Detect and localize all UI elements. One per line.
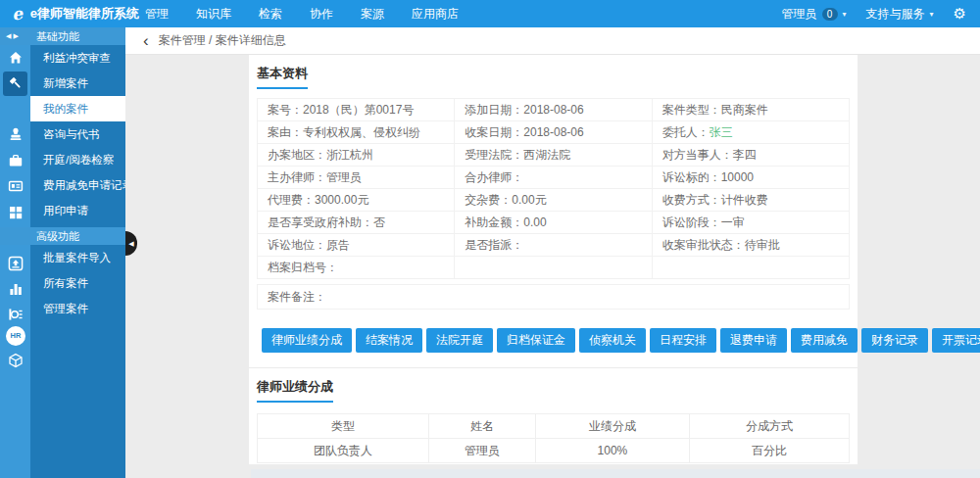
client-link[interactable]: 张三 bbox=[710, 125, 733, 139]
bar-chart-icon[interactable] bbox=[8, 281, 24, 297]
remark-label: 案件备注： bbox=[268, 290, 326, 304]
info-cell bbox=[455, 257, 652, 279]
info-cell: 合办律师： bbox=[455, 167, 652, 189]
info-value: 2018（民）第0017号 bbox=[303, 103, 414, 117]
info-cell: 诉讼标的：10000 bbox=[652, 167, 849, 189]
gear-icon[interactable]: ⚙ bbox=[954, 0, 966, 27]
info-value: 原告 bbox=[326, 238, 350, 252]
info-label: 受理法院： bbox=[465, 148, 523, 162]
court-session-button[interactable]: 法院开庭 bbox=[426, 328, 493, 353]
info-value: 民商案件 bbox=[721, 103, 768, 117]
sidebar-item-my-cases[interactable]: 我的案件 bbox=[30, 96, 125, 121]
info-label: 交杂费： bbox=[465, 193, 512, 207]
investigation-agency-button[interactable]: 侦察机关 bbox=[579, 328, 646, 353]
sidebar-section-advanced[interactable]: 高级功能 bbox=[0, 227, 125, 245]
topnav-search[interactable]: 检索 bbox=[245, 0, 296, 27]
case-closing-button[interactable]: 结案情况 bbox=[356, 328, 422, 353]
user-dropdown[interactable]: 管理员 0 ▾ bbox=[782, 6, 847, 23]
sidebar-item-consult[interactable]: 咨询与代书 bbox=[30, 121, 125, 147]
info-cell: 是否指派： bbox=[455, 234, 652, 257]
invoice-records-button[interactable]: 开票记录 bbox=[932, 328, 980, 353]
hr-icon[interactable]: HR bbox=[6, 326, 25, 346]
finance-records-button[interactable]: 财务记录 bbox=[861, 328, 928, 353]
col-share: 业绩分成 bbox=[535, 414, 689, 439]
sidebar-item-new-case[interactable]: 新增案件 bbox=[30, 71, 125, 96]
basic-info-title: 基本资料 bbox=[257, 65, 308, 89]
case-detail-card: 基本资料 案号：2018（民）第0017号 添加日期：2018-08-06 案件… bbox=[249, 55, 858, 464]
refund-request-button[interactable]: 退费申请 bbox=[720, 328, 787, 353]
report-list-icon[interactable] bbox=[8, 307, 24, 322]
sidebar-basic-items: 利益冲突审查 新增案件 我的案件 咨询与代书 开庭/阅卷检察 费用减免申请记录 … bbox=[30, 45, 125, 223]
info-cell: 诉讼地位：原告 bbox=[258, 234, 455, 257]
info-label: 补助金额： bbox=[465, 215, 523, 229]
sidebar-item-all-cases[interactable]: 所有案件 bbox=[30, 270, 125, 296]
support-label: 支持与服务 bbox=[866, 6, 925, 23]
info-value: 管理员 bbox=[326, 170, 362, 184]
info-cell bbox=[652, 257, 849, 279]
app-window: e e律师智能律所系统 管理 知识库 检索 协作 案源 应用商店 管理员 0 ▾… bbox=[0, 0, 980, 478]
info-label: 档案归档号： bbox=[268, 261, 338, 274]
cell-name: 管理员 bbox=[429, 439, 536, 463]
performance-title: 律师业绩分成 bbox=[257, 378, 333, 403]
info-label: 委托人： bbox=[662, 125, 710, 139]
sidebar-item-conflict-check[interactable]: 利益冲突审查 bbox=[30, 45, 125, 71]
table-row: 办案地区：浙江杭州 受理法院：西湖法院 对方当事人：李四 bbox=[258, 144, 850, 167]
support-dropdown[interactable]: 支持与服务 ▾ bbox=[866, 6, 934, 23]
info-cell: 办案地区：浙江杭州 bbox=[258, 144, 455, 167]
info-label: 合办律师： bbox=[465, 170, 523, 184]
sidebar-item-court-session[interactable]: 开庭/阅卷检察 bbox=[30, 147, 125, 172]
info-label: 添加日期： bbox=[465, 103, 523, 117]
cube-icon[interactable] bbox=[8, 353, 24, 368]
sidebar-item-fee-waiver-records[interactable]: 费用减免申请记录 bbox=[30, 172, 125, 198]
info-cell: 收费方式：计件收费 bbox=[652, 189, 849, 212]
info-label: 代理费： bbox=[268, 193, 315, 207]
performance-table: 类型 姓名 业绩分成 分成方式 团队负责人 管理员 100% 百分比 bbox=[257, 413, 850, 463]
sidebar-item-manage-cases[interactable]: 管理案件 bbox=[30, 296, 125, 321]
info-label: 是否享受政府补助： bbox=[268, 215, 373, 229]
info-label: 案件类型： bbox=[662, 103, 721, 117]
topnav-case-source[interactable]: 案源 bbox=[347, 0, 398, 27]
info-value: 3000.00元 bbox=[315, 193, 368, 207]
gavel-icon[interactable] bbox=[8, 75, 24, 91]
collapse-arrows-icon[interactable]: ◀▶ bbox=[6, 30, 27, 42]
briefcase-icon[interactable] bbox=[8, 153, 24, 168]
info-value: 一审 bbox=[721, 215, 745, 229]
table-row: 代理费：3000.00元 交杂费：0.00元 收费方式：计件收费 bbox=[258, 189, 850, 212]
topnav-manage[interactable]: 管理 bbox=[131, 0, 182, 27]
info-cell: 代理费：3000.00元 bbox=[258, 189, 455, 212]
info-label: 是否指派： bbox=[465, 238, 523, 252]
info-value: 待审批 bbox=[745, 238, 780, 252]
topnav-app-store[interactable]: 应用商店 bbox=[398, 0, 472, 27]
action-button-row: 律师业绩分成 结案情况 法院开庭 归档保证金 侦察机关 日程安排 退费申请 费用… bbox=[257, 328, 850, 353]
user-name: 管理员 bbox=[782, 6, 817, 23]
batch-upload-icon[interactable] bbox=[8, 256, 24, 271]
info-value: 专利权权属、侵权纠纷 bbox=[303, 125, 420, 139]
info-label: 案由： bbox=[268, 125, 303, 139]
col-type: 类型 bbox=[258, 414, 429, 439]
info-label: 诉讼标的： bbox=[662, 170, 721, 184]
topnav-collaborate[interactable]: 协作 bbox=[296, 0, 347, 27]
info-value: 李四 bbox=[733, 148, 757, 162]
lawyer-performance-button[interactable]: 律师业绩分成 bbox=[262, 328, 352, 353]
grid-icon[interactable] bbox=[8, 205, 24, 220]
sidebar-item-seal-request[interactable]: 用印申请 bbox=[30, 198, 125, 223]
topnav-knowledge[interactable]: 知识库 bbox=[182, 0, 245, 27]
schedule-button[interactable]: 日程安排 bbox=[650, 328, 716, 353]
sidebar-advanced-items: 批量案件导入 所有案件 管理案件 bbox=[30, 245, 125, 321]
info-cell: 添加日期：2018-08-06 bbox=[455, 99, 652, 121]
info-cell: 委托人：张三 bbox=[652, 121, 849, 144]
stamp-icon[interactable] bbox=[8, 126, 24, 142]
id-card-icon[interactable] bbox=[8, 178, 24, 194]
table-header-row: 类型 姓名 业绩分成 分成方式 bbox=[258, 414, 850, 439]
app-logo[interactable]: e e律师智能律所系统 bbox=[0, 4, 125, 24]
top-nav: 管理 知识库 检索 协作 案源 应用商店 bbox=[131, 0, 472, 27]
info-cell: 档案归档号： bbox=[258, 257, 455, 279]
home-icon[interactable] bbox=[8, 50, 24, 66]
fee-waiver-button[interactable]: 费用减免 bbox=[791, 328, 858, 353]
horizontal-scrollbar[interactable] bbox=[251, 469, 980, 478]
sidebar-item-batch-import[interactable]: 批量案件导入 bbox=[30, 245, 125, 270]
breadcrumb[interactable]: ‹ 案件管理 / 案件详细信息 bbox=[125, 27, 980, 55]
back-chevron-icon[interactable]: ‹ bbox=[143, 28, 149, 54]
archive-deposit-button[interactable]: 归档保证金 bbox=[497, 328, 575, 353]
table-row: 案由：专利权权属、侵权纠纷 收案日期：2018-08-06 委托人：张三 bbox=[258, 121, 850, 144]
